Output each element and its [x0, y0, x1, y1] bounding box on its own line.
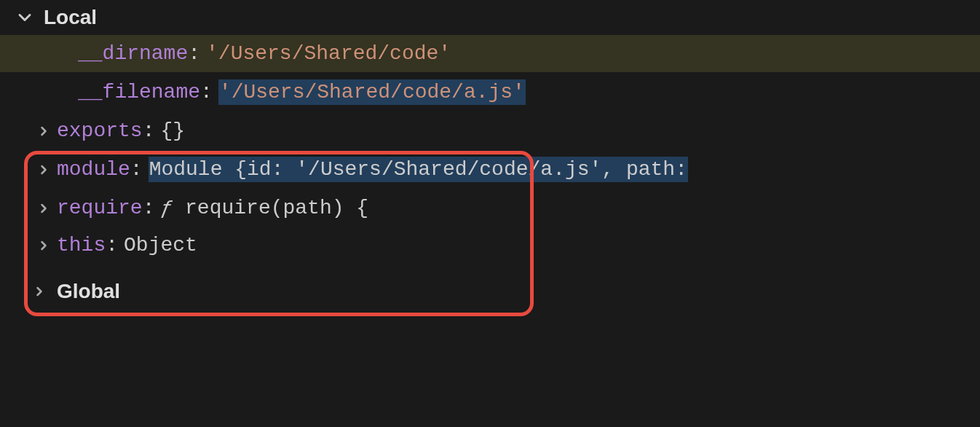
var-value-filename: '/Users/Shared/code/a.js' [218, 79, 526, 105]
var-name-filename: __filename [78, 81, 200, 103]
local-scope-header[interactable]: Local [0, 0, 980, 35]
var-value-exports: {} [160, 120, 185, 142]
chevron-right-icon [32, 284, 47, 299]
var-value-require: ƒ require(path) { [160, 197, 368, 219]
var-name-dirname: __dirname [78, 42, 188, 65]
var-name-require: require [57, 197, 143, 219]
var-row-filename[interactable]: __filename: '/Users/Shared/code/a.js' [0, 72, 980, 112]
var-row-require[interactable]: require: ƒ require(path) { [0, 189, 980, 227]
colon: : [200, 81, 213, 103]
var-value-dirname: '/Users/Shared/code' [206, 42, 451, 65]
local-scope-label: Local [44, 6, 97, 29]
var-row-module[interactable]: module: Module {id: '/Users/Shared/code/… [0, 149, 980, 189]
var-row-dirname[interactable]: __dirname: '/Users/Shared/code' [0, 35, 980, 72]
colon: : [130, 158, 143, 181]
colon: : [188, 42, 200, 65]
chevron-down-icon [15, 7, 35, 28]
fn-signature: require(path) { [185, 197, 368, 219]
chevron-right-icon [36, 201, 51, 216]
colon: : [143, 120, 155, 142]
var-name-module: module [57, 158, 130, 181]
var-value-this: Object [124, 234, 197, 256]
colon: : [143, 197, 155, 219]
var-name-this: this [57, 234, 106, 256]
var-row-this[interactable]: this: Object [0, 227, 980, 264]
chevron-right-icon [36, 238, 51, 253]
chevron-right-icon [36, 124, 51, 138]
var-value-module: Module {id: '/Users/Shared/code/a.js', p… [149, 157, 688, 182]
fn-symbol: ƒ [160, 197, 173, 219]
chevron-right-icon [36, 162, 51, 177]
var-row-exports[interactable]: exports: {} [0, 112, 980, 149]
var-name-exports: exports [57, 120, 143, 142]
colon: : [106, 234, 118, 256]
global-scope-label: Global [57, 280, 120, 303]
global-scope-header[interactable]: Global [0, 274, 980, 309]
